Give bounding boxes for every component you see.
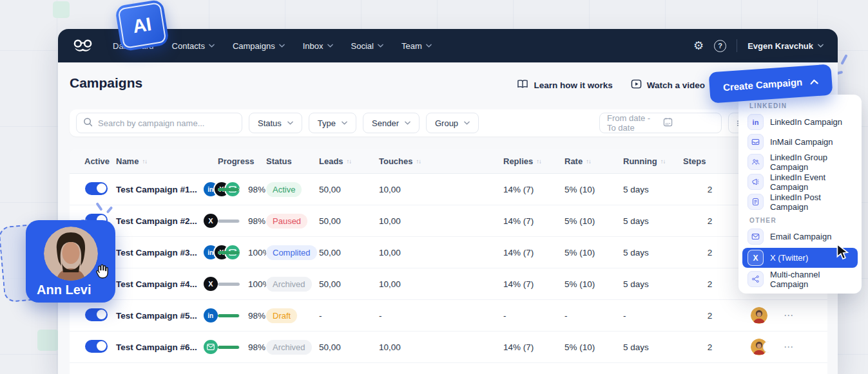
x-icon: X [747,250,764,266]
filter-select-type[interactable]: Type [309,113,356,133]
gear-icon[interactable]: ⚙ [693,40,704,51]
status-badge: Active [266,182,302,197]
filter-select-status[interactable]: Status [249,113,302,133]
menu-item-linkedin-post-campaign[interactable]: LinkedIn Post Campaign [738,192,862,212]
nav-divider [737,39,737,52]
sort-icon[interactable]: ↑↓ [661,158,666,165]
name-cell: Test Campaign #4...X [110,277,215,291]
watch-a-video-link[interactable]: Watch a video [631,79,705,91]
search-field[interactable] [76,113,242,133]
search-input[interactable] [98,118,235,128]
chevron-down-icon [209,44,215,48]
user-menu[interactable]: Evgen Kravchuk [747,41,824,51]
sort-icon[interactable]: ↑↓ [586,158,591,165]
filter-select-sender[interactable]: Sender [363,113,420,133]
nav-item-contacts[interactable]: Contacts [172,41,215,51]
column-header-leads[interactable]: Leads↑↓ [316,156,376,166]
chevron-down-icon [464,121,470,125]
progress-cell: 98% [215,311,263,321]
progress-cell: 98% [215,216,263,226]
column-label: Progress [218,156,254,166]
campaigns-table: ActiveName↑↓ProgressStatusLeads↑↓Touches… [70,149,827,374]
menu-item-inmail-campaign[interactable]: InMail Campaign [738,132,862,152]
row-toggle[interactable] [85,182,108,195]
mouse-pointer-icon [836,243,851,263]
learn-how-it-works-link[interactable]: Learn how it works [517,79,612,91]
touches-cell: 10,00 [376,185,500,194]
nav-item-campaigns[interactable]: Campaigns [233,41,285,51]
table-header: ActiveName↑↓ProgressStatusLeads↑↓Touches… [70,149,827,174]
avatar-cell [740,307,775,324]
column-label: Leads [319,156,343,166]
sort-icon[interactable]: ↑↓ [416,158,421,165]
campaign-name[interactable]: Test Campaign #2... [116,216,197,226]
menu-item-linkedin-campaign[interactable]: inLinkedIn Campaign [738,112,862,132]
page-title: Campaigns [70,75,142,91]
column-header-rate[interactable]: Rate↑↓ [561,156,620,166]
column-header-running[interactable]: Running↑↓ [620,156,680,166]
nav-item-label: Team [401,41,422,51]
status-badge: Archived [266,277,312,292]
rate-cell: 5% (10) [561,342,620,352]
name-cell: Test Campaign #2...X [110,214,215,228]
nav-item-label: Campaigns [233,41,275,51]
calendar-icon [663,117,714,129]
nav-item-label: Social [351,41,374,51]
nav-item-social[interactable]: Social [351,41,383,51]
sparkle-decoration [840,54,848,65]
ai-sticker-label: AI [131,14,153,37]
sort-icon[interactable]: ↑↓ [347,158,352,165]
app-logo-icon[interactable] [72,39,93,53]
campaign-name[interactable]: Test Campaign #5... [116,311,197,321]
sort-icon[interactable]: ↑↓ [536,158,541,165]
row-menu-button[interactable]: ⋯ [775,310,827,321]
linkedin-badge-icon: in [747,114,764,130]
row-toggle[interactable] [85,308,108,321]
column-header-steps: Steps [680,156,740,166]
row-toggle[interactable] [85,340,108,353]
rate-cell: 5% (10) [561,279,620,289]
help-icon[interactable]: ? [714,40,726,52]
book-icon [517,79,528,91]
leads-cell: - [316,311,376,321]
menu-item-label: LinkedIn Event Campaign [770,173,853,192]
chevron-down-icon [279,44,285,48]
touches-cell: 10,00 [376,248,500,257]
column-header-name[interactable]: Name↑↓ [110,156,215,166]
running-cell: 5 days [620,185,680,194]
menu-item-multi-channel-campaign[interactable]: Multi-channel Campaign [738,269,862,289]
row-menu-button[interactable]: ⋯ [775,341,827,353]
column-header-replies[interactable]: Replies↑↓ [500,156,561,166]
campaign-name[interactable]: Test Campaign #4... [116,279,197,289]
person-name: Ann Levi [26,283,115,297]
name-cell: Test Campaign #5...in [110,308,215,323]
menu-item-label: X (Twitter) [770,253,808,263]
nav-item-inbox[interactable]: Inbox [303,41,333,51]
menu-item-label: LinkedIn Campaign [770,117,842,127]
filter-select-group[interactable]: Group [426,113,479,133]
sort-icon[interactable]: ↑↓ [142,158,147,165]
campaign-name[interactable]: Test Campaign #3... [116,248,197,257]
column-header-touches[interactable]: Touches↑↓ [376,156,500,166]
replies-cell: - [500,311,561,321]
progress-cell: 98% [215,185,263,194]
nav-item-team[interactable]: Team [401,41,432,51]
menu-item-linkedin-event-campaign[interactable]: LinkedIn Event Campaign [738,172,862,192]
decor-square [53,1,70,18]
menu-item-linkedin-group-campaign[interactable]: LinkedIn Group Campaign [738,152,862,172]
column-label: Status [266,156,292,166]
filter-bar: StatusTypeSenderGroup From date - To dat… [70,109,827,136]
top-nav: DashboardContactsCampaignsInboxSocialTea… [58,29,838,62]
progress-bar [218,220,240,223]
campaign-name[interactable]: Test Campaign #1... [116,185,197,194]
date-range-field[interactable]: From date - To date [599,113,722,133]
active-cell [70,340,110,355]
search-icon [83,117,93,129]
status-cell: Draft [263,308,316,323]
touches-cell: 10,00 [376,342,500,352]
page-content: Campaigns Learn how it works Watch a vid… [58,62,838,374]
campaign-name[interactable]: Test Campaign #6... [116,342,197,352]
table-row: Test Campaign #6...98%Archived50,0010,00… [70,332,827,363]
chevron-down-icon [405,121,410,125]
chevron-up-icon [809,75,818,86]
